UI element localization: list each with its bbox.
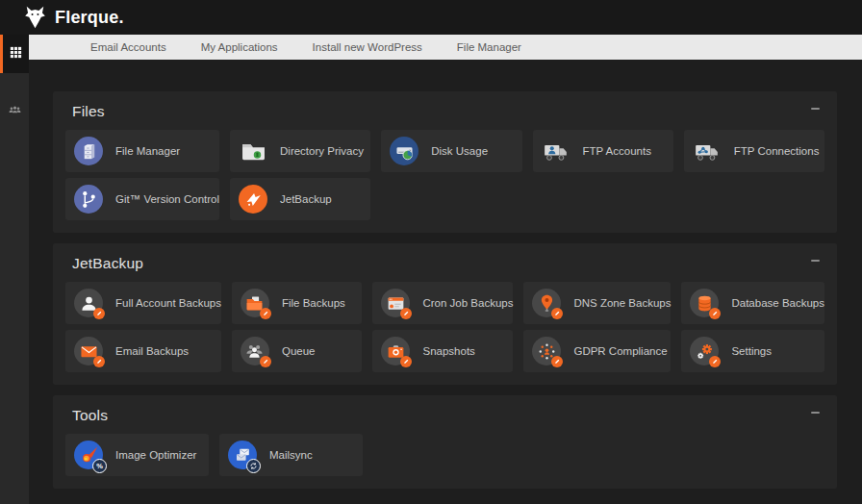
full-account-backups-icon (74, 289, 103, 317)
app-item-git-version-control[interactable]: Git™ Version Control (65, 178, 219, 220)
nav-link-file-manager[interactable]: File Manager (457, 41, 521, 53)
app-item-mailsync[interactable]: Mailsync (219, 434, 363, 476)
app-item-label: DNS Zone Backups (573, 297, 671, 309)
section-header: JetBackup (65, 255, 824, 272)
edit-badge-icon (400, 356, 412, 367)
nav-link-install-new-wordpress[interactable]: Install new WordPress (313, 41, 422, 53)
wolf-logo-icon (22, 5, 48, 31)
edit-badge-icon (551, 308, 563, 319)
app-item-full-account-backups[interactable]: Full Account Backups (65, 282, 221, 324)
app-item-label: Disk Usage (431, 145, 488, 157)
top-navbar: Email AccountsMy ApplicationsInstall new… (29, 35, 862, 60)
email-backups-icon (74, 337, 103, 365)
app-item-cron-job-backups[interactable]: Cron Job Backups (372, 282, 513, 324)
sidebar (0, 35, 29, 504)
edit-badge-icon (709, 308, 721, 319)
app-item-label: FTP Accounts (583, 145, 651, 157)
queue-icon (241, 337, 269, 365)
collapse-section-button[interactable] (809, 103, 822, 114)
minus-icon (811, 260, 820, 262)
app-item-file-manager[interactable]: File Manager (65, 130, 219, 172)
minus-icon (811, 412, 820, 414)
edit-badge-icon (709, 356, 721, 367)
app-item-label: Cron Job Backups (422, 297, 513, 309)
app-item-dns-zone-backups[interactable]: DNS Zone Backups (523, 282, 671, 324)
app-item-queue[interactable]: Queue (232, 330, 363, 372)
nav-link-email-accounts[interactable]: Email Accounts (90, 41, 166, 53)
percent-badge: % (92, 459, 107, 473)
app-item-label: Mailsync (269, 449, 313, 461)
app-item-jetbackup[interactable]: JetBackup (230, 178, 370, 220)
section-jetbackup: JetBackup Full Account Backups File Back… (53, 243, 837, 385)
ftp-connections-icon (693, 137, 722, 165)
cron-job-backups-icon (381, 289, 410, 317)
sync-badge-icon (246, 459, 261, 473)
app-item-snapshots[interactable]: Snapshots (372, 330, 513, 372)
section-header: Files (65, 103, 824, 120)
section-title: JetBackup (72, 255, 143, 272)
section-cards: File Manager Directory Privacy Disk Usag… (65, 130, 824, 220)
file-manager-icon (74, 137, 103, 165)
edit-badge-icon (551, 356, 563, 367)
app-item-label: Image Optimizer (115, 449, 196, 461)
app-item-label: Full Account Backups (115, 297, 221, 309)
section-cards: Full Account Backups File Backups Cron J… (65, 282, 824, 372)
app-item-file-backups[interactable]: File Backups (232, 282, 363, 324)
edit-badge-icon (260, 356, 271, 367)
collapse-section-button[interactable] (809, 255, 822, 266)
app-item-label: Snapshots (422, 345, 474, 357)
section-header: Tools (65, 407, 824, 424)
database-backups-icon (690, 289, 719, 317)
edit-badge-icon (260, 308, 271, 319)
grid-icon (9, 45, 23, 63)
section-files: Files File Manager Directory Privacy Dis… (53, 91, 837, 233)
sidebar-item-grid[interactable] (0, 35, 29, 73)
section-tools: Tools % Image Optimizer Mailsync (53, 395, 837, 489)
dns-zone-backups-icon (532, 289, 561, 317)
app-item-label: Git™ Version Control (115, 193, 219, 205)
section-cards: % Image Optimizer Mailsync (65, 434, 824, 476)
jetbackup-icon (239, 185, 267, 214)
app-item-label: Database Backups (731, 297, 824, 309)
app-item-ftp-connections[interactable]: FTP Connections (684, 130, 824, 172)
sidebar-item-users[interactable] (0, 100, 29, 123)
mailsync-icon (228, 441, 257, 469)
edit-badge-icon (93, 356, 105, 367)
app-item-gdpr-compliance[interactable]: GDPR Compliance (523, 330, 671, 372)
git-version-control-icon (74, 185, 103, 214)
ftp-accounts-icon (542, 137, 570, 165)
app-item-settings[interactable]: Settings (681, 330, 824, 372)
app-item-disk-usage[interactable]: Disk Usage (381, 130, 521, 172)
snapshots-icon (381, 337, 410, 365)
app-item-label: FTP Connections (734, 145, 820, 157)
app-item-ftp-accounts[interactable]: FTP Accounts (533, 130, 673, 172)
app-item-label: Settings (731, 345, 772, 357)
app-item-label: Email Backups (115, 345, 189, 357)
app-item-label: File Backups (282, 297, 345, 309)
app-item-email-backups[interactable]: Email Backups (65, 330, 221, 372)
users-icon (8, 103, 22, 121)
app-item-database-backups[interactable]: Database Backups (681, 282, 824, 324)
app-item-label: Directory Privacy (280, 145, 364, 157)
section-title: Tools (72, 407, 108, 424)
directory-privacy-icon (239, 137, 267, 165)
edit-badge-icon (93, 308, 105, 319)
app-item-label: File Manager (115, 145, 180, 157)
app-item-label: Queue (282, 345, 316, 357)
edit-badge-icon (400, 308, 412, 319)
main-content: Files File Manager Directory Privacy Dis… (29, 60, 862, 504)
minus-icon (811, 108, 820, 110)
app-item-directory-privacy[interactable]: Directory Privacy (230, 130, 370, 172)
collapse-section-button[interactable] (809, 407, 822, 418)
gdpr-compliance-icon (532, 337, 561, 365)
disk-usage-icon (390, 137, 418, 165)
app-item-label: JetBackup (280, 193, 332, 205)
brand-name: Flerque. (55, 8, 124, 28)
app-header: Flerque. (0, 0, 862, 35)
settings-icon (690, 337, 719, 365)
app-item-image-optimizer[interactable]: % Image Optimizer (65, 434, 209, 476)
nav-link-my-applications[interactable]: My Applications (201, 41, 278, 53)
image-optimizer-icon: % (74, 441, 103, 469)
section-title: Files (72, 103, 105, 120)
app-item-label: GDPR Compliance (573, 345, 667, 357)
